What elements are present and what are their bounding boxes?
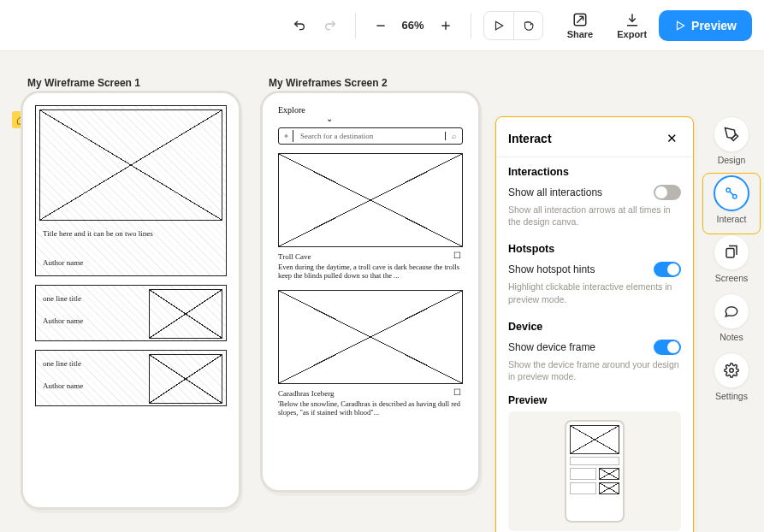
wireframe-image-placeholder xyxy=(149,354,222,404)
section-device: Device xyxy=(508,321,681,333)
redo-button[interactable] xyxy=(317,13,343,38)
toggle-label-hotspot-hints: Show hotspot hints xyxy=(508,263,595,275)
rail-label: Design xyxy=(718,155,746,165)
wireframe-card[interactable]: Title here and it can be on two lines Au… xyxy=(35,105,227,276)
help-device-frame: Show the device frame around your design… xyxy=(508,358,681,382)
search-input[interactable]: ⌖ Search for a destination ⌕ xyxy=(278,127,463,145)
export-label: Export xyxy=(617,29,647,39)
interact-panel: Interact ✕ Interactions Show all interac… xyxy=(495,116,694,532)
item-description: Even during the daytime, a troll cave is… xyxy=(278,263,463,280)
toggle-hotspot-hints[interactable] xyxy=(654,262,681,277)
rail-label: Notes xyxy=(720,332,743,342)
undo-button[interactable] xyxy=(287,13,312,38)
share-label: Share xyxy=(567,29,594,39)
item-description: 'Below the snowline, Caradhras is descri… xyxy=(278,399,463,417)
mini-text-lines xyxy=(570,457,619,465)
preview-button-label: Preview xyxy=(691,19,737,33)
toggle-label-show-all: Show all interactions xyxy=(508,186,602,198)
right-rail: Design Interact Screens Notes Settings xyxy=(708,116,755,401)
section-interactions: Interactions xyxy=(508,166,681,178)
help-hotspot-hints: Highlight clickable interactive elements… xyxy=(508,281,681,304)
svg-marker-3 xyxy=(495,21,502,29)
play-mode-button[interactable] xyxy=(484,12,513,39)
mini-image-placeholder xyxy=(599,468,619,480)
rail-label: Screens xyxy=(715,273,749,283)
help-show-all: Show all interaction arrows at all times… xyxy=(508,204,681,228)
wireframe-image-placeholder xyxy=(39,109,222,221)
panel-title: Interact xyxy=(508,132,552,145)
card-title: Title here and it can be on two lines xyxy=(43,229,219,238)
svg-point-7 xyxy=(733,195,737,199)
mini-image-placeholder xyxy=(570,425,619,454)
rail-screens[interactable]: Screens xyxy=(714,234,749,283)
search-icon[interactable]: ⌕ xyxy=(445,132,462,140)
card-author: Author name xyxy=(43,381,83,390)
wireframe-card[interactable]: one line title Author name xyxy=(35,285,227,341)
search-placeholder: Search for a destination xyxy=(293,132,445,140)
section-hotspots: Hotspots xyxy=(508,243,681,255)
chevron-down-icon[interactable]: ⌄ xyxy=(326,114,333,123)
rail-interact[interactable]: Interact xyxy=(714,175,749,224)
bookmark-icon[interactable]: ☐ xyxy=(453,387,461,397)
toggle-device-frame[interactable] xyxy=(654,340,681,355)
svg-rect-8 xyxy=(726,249,734,258)
pan-mode-button[interactable] xyxy=(513,12,542,39)
rail-label: Interact xyxy=(716,214,746,224)
card-title: one line title xyxy=(43,359,81,368)
zoom-out-button[interactable] xyxy=(368,13,394,38)
svg-marker-5 xyxy=(678,21,684,29)
device-frame-2[interactable]: Explore ⌄ ⌖ Search for a destination ⌕ T… xyxy=(260,91,481,493)
rail-label: Settings xyxy=(715,391,748,401)
toggle-label-device-frame: Show device frame xyxy=(508,341,595,353)
share-button[interactable]: Share xyxy=(567,12,594,39)
wireframe-image-placeholder[interactable] xyxy=(278,290,463,384)
zoom-level[interactable]: 66% xyxy=(399,19,428,32)
svg-point-6 xyxy=(726,188,731,192)
tab-explore[interactable]: Explore xyxy=(278,105,305,115)
svg-point-9 xyxy=(730,369,734,373)
preview-button[interactable]: Preview xyxy=(659,10,752,41)
close-button[interactable]: ✕ xyxy=(662,129,681,148)
card-title: one line title xyxy=(43,294,81,303)
rail-settings[interactable]: Settings xyxy=(714,352,749,401)
top-toolbar: 66% Share Export Preview xyxy=(0,0,764,51)
wireframe-card[interactable]: one line title Author name xyxy=(35,350,227,406)
card-author: Author name xyxy=(43,258,83,267)
design-canvas[interactable]: My Wireframe Screen 1 Title here and it … xyxy=(0,51,764,532)
preview-thumbnail xyxy=(508,411,681,531)
item-title: Troll Cave xyxy=(278,252,311,261)
item-title: Caradhras Iceberg xyxy=(278,389,335,398)
bookmark-icon[interactable]: ☐ xyxy=(453,251,461,260)
export-button[interactable]: Export xyxy=(617,12,647,39)
mini-image-placeholder xyxy=(599,482,619,494)
rail-design[interactable]: Design xyxy=(714,116,749,165)
pin-icon: ⌖ xyxy=(279,132,293,141)
rail-notes[interactable]: Notes xyxy=(714,293,749,342)
zoom-in-button[interactable] xyxy=(433,13,459,38)
screen-label-2[interactable]: My Wireframes Screen 2 xyxy=(269,77,388,89)
wireframe-image-placeholder[interactable] xyxy=(278,153,463,247)
mini-device xyxy=(565,420,625,523)
card-author: Author name xyxy=(43,316,83,325)
preview-heading: Preview xyxy=(508,394,681,406)
wireframe-image-placeholder xyxy=(149,289,222,339)
screen-label-1[interactable]: My Wireframe Screen 1 xyxy=(27,77,140,89)
device-frame-1[interactable]: Title here and it can be on two lines Au… xyxy=(21,91,241,510)
toggle-show-all-interactions[interactable] xyxy=(654,185,681,200)
